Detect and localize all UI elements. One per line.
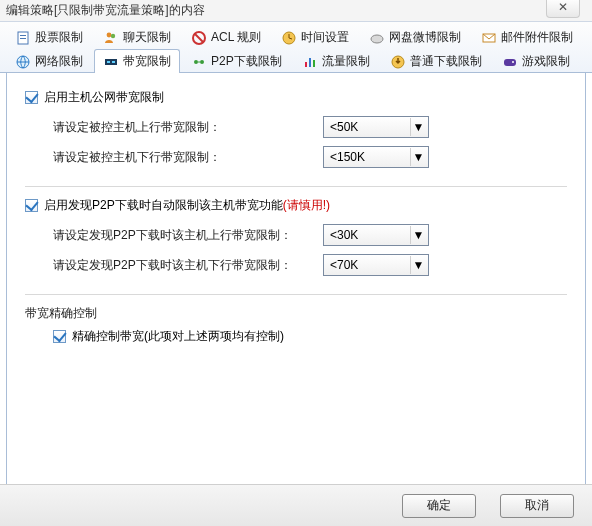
svg-rect-19 — [305, 62, 307, 67]
tab-stock-limit[interactable]: 股票限制 — [6, 25, 92, 49]
tab-mail-attach-limit[interactable]: 邮件附件限制 — [472, 25, 582, 49]
select-value: <70K — [330, 258, 358, 272]
cloud-icon — [369, 30, 385, 46]
svg-point-17 — [200, 60, 204, 64]
svg-rect-13 — [105, 59, 117, 65]
svg-point-3 — [107, 32, 112, 37]
tab-label: 网盘微博限制 — [389, 29, 461, 46]
dialog-footer: 确定 取消 — [0, 484, 592, 526]
tab-label: 带宽限制 — [123, 53, 171, 70]
tab-normal-download-limit[interactable]: 普通下载限制 — [381, 49, 491, 73]
group-p2p-auto-limit: 启用发现P2P下载时自动限制该主机带宽功能(请慎用!) 请设定发现P2P下载时该… — [25, 197, 567, 295]
select-value: <50K — [330, 120, 358, 134]
tab-label: ACL 规则 — [211, 29, 261, 46]
tab-netdisk-weibo-limit[interactable]: 网盘微博限制 — [360, 25, 470, 49]
bars-icon — [302, 54, 318, 70]
tab-bandwidth-limit[interactable]: 带宽限制 — [94, 49, 180, 73]
svg-rect-2 — [20, 38, 26, 39]
cancel-button[interactable]: 取消 — [500, 494, 574, 518]
tab-panel-bandwidth: 启用主机公网带宽限制 请设定被控主机上行带宽限制： <50K ▼ 请设定被控主机… — [6, 73, 586, 493]
tab-chat-limit[interactable]: 聊天限制 — [94, 25, 180, 49]
group-precise-control: 带宽精确控制 精确控制带宽(此项对上述两项均有控制) — [25, 305, 567, 365]
tab-network-limit[interactable]: 网络限制 — [6, 49, 92, 73]
tab-label: 股票限制 — [35, 29, 83, 46]
clock-icon — [281, 30, 297, 46]
svg-point-24 — [512, 61, 514, 63]
tab-label: 聊天限制 — [123, 29, 171, 46]
tab-label: 网络限制 — [35, 53, 83, 70]
select-value: <30K — [330, 228, 358, 242]
bandwidth-icon — [103, 54, 119, 70]
svg-rect-15 — [112, 61, 115, 63]
window-title: 编辑策略[只限制带宽流量策略]的内容 — [6, 3, 205, 17]
tab-game-limit[interactable]: 游戏限制 — [493, 49, 579, 73]
tab-p2p-download-limit[interactable]: P2P下载限制 — [182, 49, 291, 73]
svg-rect-1 — [20, 35, 26, 36]
svg-rect-21 — [313, 60, 315, 67]
tab-time-settings[interactable]: 时间设置 — [272, 25, 358, 49]
tab-traffic-limit[interactable]: 流量限制 — [293, 49, 379, 73]
svg-point-16 — [194, 60, 198, 64]
tab-label: 邮件附件限制 — [501, 29, 573, 46]
chevron-down-icon: ▼ — [410, 256, 426, 274]
block-icon — [191, 30, 207, 46]
checkbox-enable-host-bw[interactable] — [25, 91, 38, 104]
close-button[interactable]: ✕ — [546, 0, 580, 18]
mail-icon — [481, 30, 497, 46]
svg-point-4 — [111, 33, 115, 37]
label-host-down: 请设定被控主机下行带宽限制： — [53, 149, 313, 166]
svg-rect-23 — [504, 59, 516, 66]
select-p2p-down[interactable]: <70K ▼ — [323, 254, 429, 276]
tab-label: 时间设置 — [301, 29, 349, 46]
globe-icon — [15, 54, 31, 70]
game-icon — [502, 54, 518, 70]
checkbox-precise-control[interactable] — [53, 330, 66, 343]
ok-button[interactable]: 确定 — [402, 494, 476, 518]
tab-label: 流量限制 — [322, 53, 370, 70]
group-title: 带宽精确控制 — [25, 305, 567, 322]
label-p2p-up: 请设定发现P2P下载时该主机上行带宽限制： — [53, 227, 313, 244]
tab-label: 游戏限制 — [522, 53, 570, 70]
tab-strip: 股票限制 聊天限制 ACL 规则 时间设置 网盘微博限制 邮件附件限制 网络限制 — [0, 21, 592, 73]
document-icon — [15, 30, 31, 46]
label-p2p-down: 请设定发现P2P下载时该主机下行带宽限制： — [53, 257, 313, 274]
checkbox-label: 启用主机公网带宽限制 — [44, 89, 164, 106]
svg-rect-20 — [309, 58, 311, 67]
checkbox-label: 精确控制带宽(此项对上述两项均有控制) — [72, 328, 284, 345]
warn-text: (请慎用!) — [283, 198, 330, 212]
select-host-down[interactable]: <150K ▼ — [323, 146, 429, 168]
tab-label: 普通下载限制 — [410, 53, 482, 70]
svg-line-6 — [195, 34, 203, 42]
label-host-up: 请设定被控主机上行带宽限制： — [53, 119, 313, 136]
chevron-down-icon: ▼ — [410, 226, 426, 244]
select-host-up[interactable]: <50K ▼ — [323, 116, 429, 138]
select-value: <150K — [330, 150, 365, 164]
svg-point-10 — [371, 35, 383, 43]
p2p-icon — [191, 54, 207, 70]
checkbox-label: 启用发现P2P下载时自动限制该主机带宽功能(请慎用!) — [44, 197, 330, 214]
chevron-down-icon: ▼ — [410, 118, 426, 136]
checkbox-label-text: 启用发现P2P下载时自动限制该主机带宽功能 — [44, 198, 283, 212]
download-icon — [390, 54, 406, 70]
select-p2p-up[interactable]: <30K ▼ — [323, 224, 429, 246]
tab-acl-rules[interactable]: ACL 规则 — [182, 25, 270, 49]
group-host-bandwidth: 启用主机公网带宽限制 请设定被控主机上行带宽限制： <50K ▼ 请设定被控主机… — [25, 89, 567, 187]
chevron-down-icon: ▼ — [410, 148, 426, 166]
people-icon — [103, 30, 119, 46]
checkbox-enable-p2p-auto[interactable] — [25, 199, 38, 212]
tab-label: P2P下载限制 — [211, 53, 282, 70]
svg-rect-14 — [107, 61, 110, 63]
